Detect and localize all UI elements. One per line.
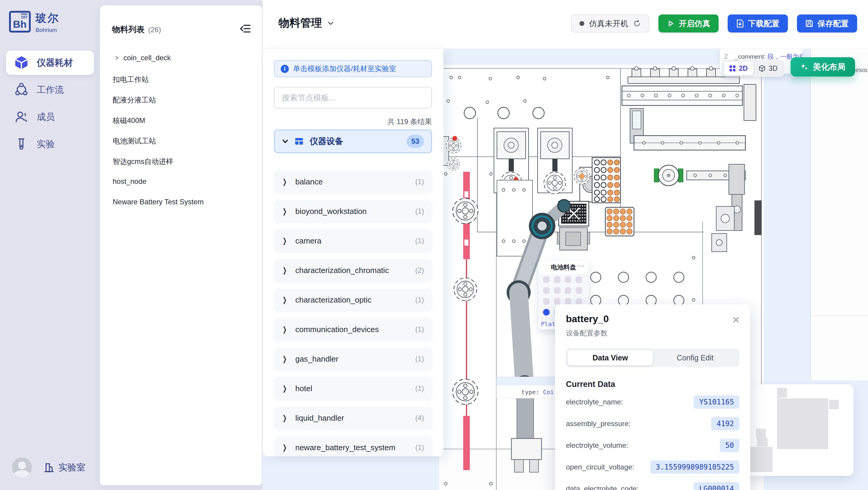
data-row-label: electrolyte_name: <box>566 398 623 406</box>
beautify-layout-button[interactable]: 美化布局 <box>790 57 855 77</box>
tab-data-view[interactable]: Data View <box>568 350 653 365</box>
tree-item-coin-cell-deck[interactable]: > coin_cell_deck <box>115 54 171 62</box>
lab-switcher[interactable]: 实验室 <box>44 461 86 474</box>
secondary-sheet: esou <box>810 49 868 380</box>
tray-slot[interactable] <box>576 298 582 305</box>
building-icon <box>44 462 54 472</box>
chevron-down-icon <box>282 138 288 145</box>
list-item-label: 智达gcms自动进样 <box>113 157 173 166</box>
data-row-label: open_circuit_voltage: <box>566 463 634 471</box>
refresh-icon[interactable] <box>633 20 641 27</box>
data-row-value: LG000014 <box>693 482 739 490</box>
template-item-count: (1) <box>415 443 424 452</box>
tooltip-key: _comment: <box>735 53 766 60</box>
save-config-button[interactable]: 保存配置 <box>797 15 857 33</box>
material-list-title: 物料列表 <box>112 24 145 35</box>
list-item[interactable]: 扣电工作站 <box>113 75 149 84</box>
template-item-label: liquid_handler <box>295 413 407 423</box>
chevron-right-icon: ❯ <box>282 207 287 216</box>
sidebar-item-workflow[interactable]: 工作流 <box>6 78 94 102</box>
node-type-tooltip: type: Coi <box>496 377 555 398</box>
template-item-gas-handler[interactable]: ❯ gas_handler (1) <box>274 348 432 370</box>
clipped-edge-text: esou <box>855 66 868 74</box>
list-item[interactable]: host_node <box>113 177 146 185</box>
template-item-characterization-optic[interactable]: ❯ characterization_optic (1) <box>274 289 432 311</box>
download-config-button[interactable]: 下载配置 <box>727 15 788 33</box>
tray-slot[interactable] <box>565 298 571 305</box>
template-item-count: (1) <box>415 355 424 363</box>
tray-slot[interactable] <box>576 287 582 294</box>
data-row: open_circuit_voltage: 3.1559998989105225 <box>566 460 739 474</box>
sidebar-item-instruments[interactable]: 仪器耗材 <box>6 51 94 75</box>
data-row-label: data_electrolyte_code: <box>566 485 639 490</box>
tray-slot[interactable] <box>565 276 571 283</box>
template-item-communication-devices[interactable]: ❯ communication_devices (1) <box>274 318 432 341</box>
toggle-3d-label: 3D <box>769 64 777 73</box>
chevron-right-icon: ❯ <box>282 325 287 334</box>
material-list-count: (26) <box>148 26 161 34</box>
tray-slot[interactable] <box>576 276 582 283</box>
tray-slot-selected[interactable] <box>543 309 550 316</box>
collapse-panel-icon[interactable] <box>240 23 251 34</box>
avatar[interactable] <box>12 457 32 477</box>
template-item-hotel[interactable]: ❯ hotel (1) <box>274 377 432 400</box>
list-item[interactable]: 智达gcms自动进样 <box>113 157 173 166</box>
result-count: 共 119 条结果 <box>387 117 432 126</box>
minimap[interactable] <box>747 384 854 476</box>
toggle-3d[interactable]: 3D <box>753 61 783 75</box>
template-item-count: (1) <box>415 236 424 245</box>
template-item-label: characterization_chromatic <box>295 266 407 275</box>
tray-slot[interactable] <box>554 276 560 283</box>
bohrium-logo-icon: 107 Bh <box>9 11 31 33</box>
more-menu-icon[interactable]: ••• <box>577 263 585 269</box>
list-item-label: host_node <box>113 177 146 185</box>
data-row: electrolyte_name: YS101165 <box>566 395 739 409</box>
test-tube-icon <box>14 137 28 151</box>
simulation-status-pill[interactable]: 仿真未开机 <box>571 15 649 33</box>
tray-slot[interactable] <box>543 298 550 305</box>
popup-subtitle: 设备配置参数 <box>566 328 608 338</box>
toggle-2d[interactable]: 2D <box>724 61 753 75</box>
list-item[interactable]: 配液分液工站 <box>113 95 156 105</box>
logo-name-cn: 玻尔 <box>35 11 60 26</box>
chevron-right-icon: ❯ <box>282 266 287 275</box>
template-panel: i 单击模板添加仪器/耗材至实验室 共 119 条结果 仪器设备 53 ❯ ba… <box>262 49 443 456</box>
popup-title: battery_0 <box>566 313 609 324</box>
template-item-camera[interactable]: ❯ camera (1) <box>274 230 432 252</box>
page-title-dropdown[interactable]: 物料管理 <box>279 16 334 30</box>
tray-slot[interactable] <box>554 287 560 294</box>
template-item-count: (1) <box>415 384 424 393</box>
start-simulation-button[interactable]: 开启仿真 <box>658 15 719 33</box>
tray-slot[interactable] <box>543 276 550 283</box>
status-label: 仿真未开机 <box>589 19 628 29</box>
search-input[interactable] <box>274 87 432 109</box>
chevron-right-icon[interactable]: > <box>115 54 119 62</box>
template-item-neware-battery-test-system[interactable]: ❯ neware_battery_test_system (1) <box>274 436 432 456</box>
save-icon <box>805 20 813 27</box>
data-row-label: electrolyte_volume: <box>566 441 628 450</box>
category-instrument-devices[interactable]: 仪器设备 53 <box>274 129 432 153</box>
chevron-right-icon: ❯ <box>282 177 287 186</box>
template-item-balance[interactable]: ❯ balance (1) <box>274 171 432 193</box>
sidebar-item-members[interactable]: 成员 <box>6 105 94 129</box>
tray-slot[interactable] <box>554 298 560 305</box>
brand-logo[interactable]: 107 Bh 玻尔 Bohrium <box>9 11 60 33</box>
chevron-right-icon: ❯ <box>282 296 287 305</box>
tray-slot[interactable] <box>543 287 550 294</box>
template-item-count: (4) <box>415 414 424 422</box>
list-item[interactable]: 电池测试工站 <box>113 136 156 146</box>
template-item-count: (1) <box>415 177 424 186</box>
template-item-bioyond-workstation[interactable]: ❯ bioyond_workstation (1) <box>274 200 432 222</box>
close-icon[interactable]: ✕ <box>732 315 740 325</box>
tray-slot[interactable] <box>565 287 571 294</box>
template-item-characterization-chromatic[interactable]: ❯ characterization_chromatic (2) <box>274 259 432 282</box>
sidebar-item-experiments[interactable]: 实验 <box>6 132 94 156</box>
tab-config-edit[interactable]: Config Edit <box>653 350 738 365</box>
sparkles-icon <box>800 63 809 71</box>
template-item-liquid-handler[interactable]: ❯ liquid_handler (4) <box>274 407 432 429</box>
sidebar-item-label: 实验 <box>37 138 55 150</box>
save-config-label: 保存配置 <box>817 19 849 29</box>
list-item[interactable]: Neware Battery Test System <box>113 198 204 206</box>
list-item[interactable]: 核磁400M <box>113 116 145 125</box>
list-item-label: 核磁400M <box>113 116 145 125</box>
